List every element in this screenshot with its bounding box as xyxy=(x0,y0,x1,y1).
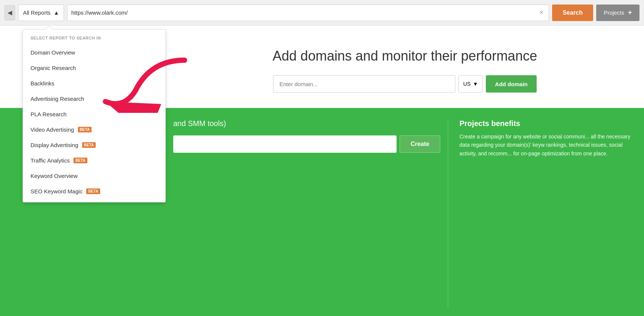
green-right-panel: Projects benefits Create a campaign for … xyxy=(448,119,636,308)
clear-icon[interactable]: × xyxy=(538,9,545,17)
dropdown-item-organic-research[interactable]: Organic Research xyxy=(23,60,165,76)
create-input-row: Create xyxy=(173,135,440,153)
dropdown-item-keyword-overview[interactable]: Keyword Overview xyxy=(23,168,165,184)
dropdown-item-domain-overview[interactable]: Domain Overview xyxy=(23,45,165,60)
dropdown-header: SELECT REPORT TO SEARCH IN xyxy=(23,36,165,45)
domain-input[interactable] xyxy=(273,75,455,93)
create-input[interactable] xyxy=(173,135,397,153)
dropdown-item-traffic-analytics[interactable]: Traffic Analytics BETA xyxy=(23,153,165,168)
search-label: Search xyxy=(563,9,583,16)
dropdown-item-label: Display Advertising xyxy=(31,142,78,148)
dropdown-item-label: PLA Research xyxy=(31,111,67,117)
green-left-panel: and SMM tools) Create xyxy=(173,119,448,308)
dropdown-item-display-advertising[interactable]: Display Advertising BETA xyxy=(23,137,165,153)
dropdown-item-label: Domain Overview xyxy=(31,49,75,56)
country-label: US xyxy=(463,81,470,87)
dropdown-item-seo-keyword-magic[interactable]: SEO Keyword Magic BETA xyxy=(23,184,165,199)
projects-label: Projects xyxy=(604,9,624,16)
create-label: Create xyxy=(411,141,429,147)
beta-badge: BETA xyxy=(73,158,87,163)
report-selector-button[interactable]: All Reports ▲ xyxy=(18,5,64,21)
beta-badge: BETA xyxy=(78,127,92,132)
dropdown-item-video-advertising[interactable]: Video Advertising BETA xyxy=(23,122,165,137)
dropdown-item-label: Backlinks xyxy=(31,80,54,87)
chevron-down-icon: ▼ xyxy=(473,81,478,87)
hero-title: Add domains and monitor their performanc… xyxy=(173,48,636,64)
dropdown-item-pla-research[interactable]: PLA Research xyxy=(23,106,165,122)
chevron-up-icon: ▲ xyxy=(53,9,59,16)
add-domain-label: Add domain xyxy=(495,81,528,87)
top-bar: ◀ All Reports ▲ × Search Projects + xyxy=(0,0,644,26)
search-button[interactable]: Search xyxy=(552,5,593,21)
report-dropdown-menu: SELECT REPORT TO SEARCH IN Domain Overvi… xyxy=(23,29,166,202)
url-input[interactable] xyxy=(71,9,538,16)
back-arrow-icon: ◀ xyxy=(8,9,12,16)
add-domain-row: US ▼ Add domain xyxy=(273,75,537,93)
projects-benefits-title: Projects benefits xyxy=(459,119,636,128)
projects-button[interactable]: Projects + xyxy=(596,5,639,21)
country-select[interactable]: US ▼ xyxy=(458,75,483,93)
dropdown-item-label: Organic Research xyxy=(31,65,76,71)
url-input-container: × xyxy=(67,5,549,21)
dropdown-item-label: Keyword Overview xyxy=(31,173,78,179)
back-arrow-button[interactable]: ◀ xyxy=(5,5,15,20)
beta-badge: BETA xyxy=(82,142,96,148)
beta-badge: BETA xyxy=(86,188,100,194)
dropdown-item-label: Advertising Research xyxy=(31,96,84,102)
dropdown-item-advertising-research[interactable]: Advertising Research xyxy=(23,91,165,106)
dropdown-item-label: SEO Keyword Magic xyxy=(31,188,82,194)
dropdown-item-label: Video Advertising xyxy=(31,126,74,133)
report-selector-label: All Reports xyxy=(23,9,50,16)
dropdown-item-backlinks[interactable]: Backlinks xyxy=(23,76,165,91)
projects-benefits-text: Create a campaign for any website or soc… xyxy=(459,132,636,158)
green-subtitle: and SMM tools) xyxy=(173,119,440,128)
plus-icon: + xyxy=(628,9,632,17)
create-button[interactable]: Create xyxy=(400,135,440,153)
dropdown-item-label: Traffic Analytics xyxy=(31,157,70,164)
add-domain-button[interactable]: Add domain xyxy=(486,75,537,93)
